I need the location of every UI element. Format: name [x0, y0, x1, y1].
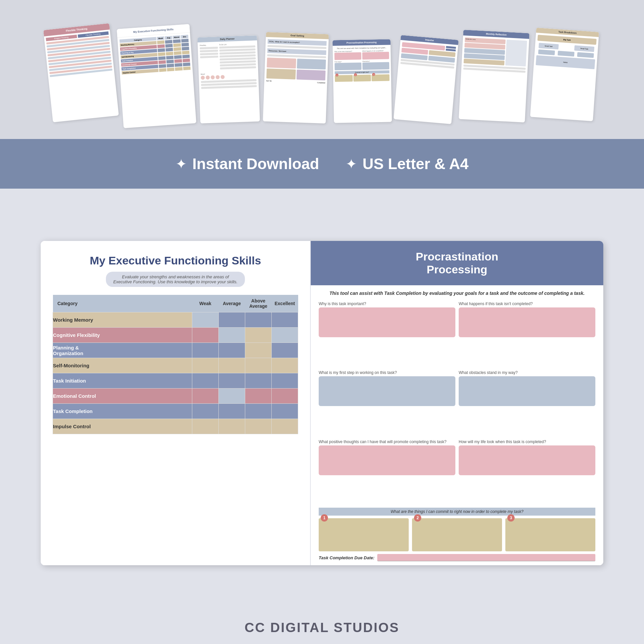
proc-commit-section: What are the things I can commit to righ…	[311, 508, 603, 554]
skill-cell	[272, 419, 298, 434]
skill-cell	[245, 373, 272, 389]
footer-text: CC DIGITAL STUDIOS	[245, 620, 399, 635]
skill-cell	[192, 404, 219, 419]
proc-q6: How will my life look when this task is …	[459, 439, 595, 505]
skill-cell	[219, 389, 245, 404]
proc-q5-answer	[319, 445, 455, 475]
left-page: My Executive Functioning Skills Evaluate…	[41, 241, 311, 565]
skill-cell	[272, 404, 298, 419]
skill-cell	[192, 419, 219, 434]
skill-cell	[245, 328, 272, 343]
skill-cell	[192, 358, 219, 373]
proc-q6-answer	[459, 445, 595, 475]
table-row: Task Completion	[53, 404, 298, 419]
proc-q3-label: What is my first step in working on this…	[319, 370, 455, 375]
commit-number-1: 1	[321, 514, 328, 522]
proc-q6-label: How will my life look when this task is …	[459, 439, 595, 444]
proc-commit-box-3: 3	[505, 518, 595, 551]
proc-commit-box-1: 1	[319, 518, 409, 551]
main-content-section: My Executive Functioning Skills Evaluate…	[0, 189, 644, 611]
banner-item-download: ✦ Instant Download	[175, 155, 319, 173]
table-row: Planning &Organization	[53, 343, 298, 358]
page-title: My Executive Functioning Skills	[53, 254, 298, 267]
skill-cell	[272, 328, 298, 343]
skill-cell	[245, 312, 272, 328]
footer: CC DIGITAL STUDIOS	[0, 611, 644, 644]
proc-commit-box-2: 2	[412, 518, 502, 551]
skill-cell	[192, 389, 219, 404]
skill-cell	[219, 312, 245, 328]
preview-card-planner: Daily Planner Priorities To Do List	[198, 35, 260, 123]
preview-card-exec: My Executive Functioning Skills Category…	[117, 24, 196, 128]
right-page: ProcrastinationProcessing This tool can …	[311, 241, 603, 565]
skill-cell	[192, 343, 219, 358]
skill-cell	[245, 389, 272, 404]
banner-item-format: ✦ US Letter & A4	[345, 155, 468, 173]
proc-title: ProcrastinationProcessing	[311, 241, 603, 285]
top-preview-section: Flexible Thinking Ridged Thinking Flexib…	[0, 0, 644, 139]
skill-cell	[219, 404, 245, 419]
skill-cell	[219, 373, 245, 389]
table-row: Self-Monitoring	[53, 358, 298, 373]
skill-cell	[272, 389, 298, 404]
proc-due-date: Task Completion Due Date:	[311, 554, 603, 565]
col-header-average: Average	[219, 295, 245, 312]
skill-cell	[219, 419, 245, 434]
cat-label: Task Completion	[53, 404, 192, 419]
skill-cell	[219, 358, 245, 373]
skill-cell	[219, 328, 245, 343]
proc-commit-boxes: 1 2 3	[319, 518, 595, 551]
proc-commit-label: What are the things I can commit to righ…	[319, 508, 595, 516]
cat-label: Planning &Organization	[53, 343, 192, 358]
table-row: Impulse Control	[53, 419, 298, 434]
col-header-weak: Weak	[192, 295, 219, 312]
preview-card-monthly: Monthly Reflection Reflection area	[459, 30, 529, 122]
cat-label: Cognitive Flexibility	[53, 328, 192, 343]
proc-q4-label: What obstacles stand in my way?	[459, 370, 595, 375]
proc-q1: Why is this task important?	[319, 301, 455, 367]
page-subtitle: Evaluate your strengths and weaknesses i…	[106, 272, 245, 287]
skill-cell	[272, 358, 298, 373]
due-date-line	[377, 554, 595, 561]
skill-cell	[272, 373, 298, 389]
skill-cell	[272, 312, 298, 328]
preview-card-proc: Procrastination Processing This tool can…	[333, 39, 392, 123]
skill-cell	[245, 419, 272, 434]
proc-q4: What obstacles stand in my way?	[459, 370, 595, 436]
commit-number-3: 3	[507, 514, 515, 522]
cat-label: Self-Monitoring	[53, 358, 192, 373]
cat-label: Task Initiation	[53, 373, 192, 389]
table-row: Emotional Control	[53, 389, 298, 404]
cat-label: Impulse Control	[53, 419, 192, 434]
proc-q4-answer	[459, 376, 595, 406]
proc-q1-label: Why is this task important?	[319, 301, 455, 306]
table-row: Task Initiation	[53, 373, 298, 389]
proc-q2: What happens if this task isn't complete…	[459, 301, 595, 367]
commit-number-2: 2	[414, 514, 421, 522]
preview-card-breakdown: Task Breakdown Big Task Small Task Small…	[530, 28, 599, 121]
col-header-category: Category	[53, 295, 192, 312]
cat-label: Emotional Control	[53, 389, 192, 404]
cat-label: Working Memory	[53, 312, 192, 328]
skill-cell	[192, 328, 219, 343]
proc-q3: What is my first step in working on this…	[319, 370, 455, 436]
star-icon-2: ✦	[345, 156, 357, 172]
skill-cell	[192, 373, 219, 389]
preview-card-goal: Goal Setting GOAL: What do I want to acc…	[263, 32, 329, 123]
book-spread: My Executive Functioning Skills Evaluate…	[41, 241, 603, 565]
proc-questions-grid: Why is this task important? What happens…	[311, 299, 603, 508]
banner-download-text: Instant Download	[192, 155, 319, 173]
skill-cell	[245, 343, 272, 358]
table-row: Cognitive Flexibility	[53, 328, 298, 343]
proc-subtitle: This tool can assist with Task Completio…	[311, 285, 603, 299]
skill-cell	[272, 343, 298, 358]
col-header-above: Above Average	[245, 295, 272, 312]
preview-card-flexible: Flexible Thinking Ridged Thinking Flexib…	[43, 23, 119, 122]
banner-format-text: US Letter & A4	[362, 155, 468, 173]
proc-q5: What positive thoughts can I have that w…	[319, 439, 455, 505]
star-icon-1: ✦	[175, 156, 187, 172]
skill-cell	[245, 358, 272, 373]
skill-cell	[245, 404, 272, 419]
skill-cell	[192, 312, 219, 328]
proc-q3-answer	[319, 376, 455, 406]
